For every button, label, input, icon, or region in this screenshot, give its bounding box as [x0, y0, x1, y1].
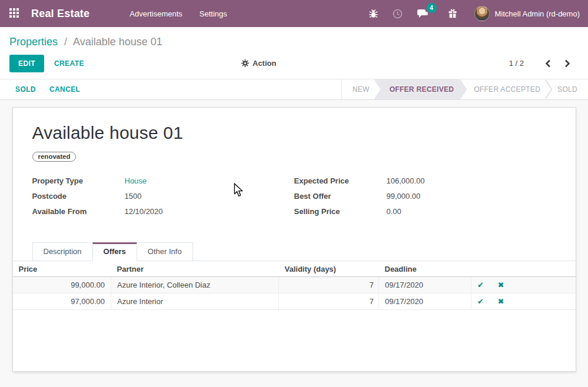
- offer-actions: ✔ ✖: [471, 293, 576, 310]
- statusbar-states: NEW OFFER RECEIVED OFFER ACCEPTED SOLD: [341, 79, 588, 99]
- status-step-sold[interactable]: SOLD: [553, 85, 588, 94]
- field-group: Property Type House Postcode 1500 Availa…: [32, 176, 556, 222]
- field-postcode: Postcode 1500: [32, 192, 294, 201]
- debug-bug-icon[interactable]: [368, 9, 378, 19]
- field-best-offer: Best Offer 99,000.00: [294, 192, 556, 201]
- user-avatar[interactable]: [474, 6, 490, 21]
- breadcrumb-properties-link[interactable]: Properties: [9, 36, 58, 48]
- offers-table-header: Price Partner Validity (days) Deadline: [13, 261, 576, 277]
- messages-chat-icon[interactable]: 4: [417, 8, 428, 19]
- sold-button[interactable]: SOLD: [15, 85, 36, 94]
- offer-validity: 7: [279, 293, 379, 310]
- control-panel-buttons: EDIT CREATE Action 1 / 2: [9, 54, 579, 72]
- activities-clock-icon[interactable]: [393, 9, 403, 19]
- top-navbar: Real Estate Advertisements Settings: [0, 0, 588, 27]
- form-sheet: Available house 01 renovated Property Ty…: [12, 107, 576, 372]
- app-window: Real Estate Advertisements Settings: [0, 0, 588, 387]
- form-view-content: Available house 01 renovated Property Ty…: [0, 100, 588, 372]
- breadcrumb-current: Available house 01: [73, 36, 162, 48]
- apps-menu-icon[interactable]: [9, 8, 20, 19]
- pager-next-button[interactable]: [563, 58, 572, 69]
- status-step-new[interactable]: NEW: [348, 85, 374, 94]
- pager: 1 / 2: [509, 58, 579, 69]
- app-title[interactable]: Real Estate: [31, 8, 89, 20]
- offer-deadline: 09/17/2020: [379, 293, 471, 310]
- accept-offer-check-icon[interactable]: ✔: [477, 297, 484, 306]
- property-type-link[interactable]: House: [125, 176, 147, 185]
- column-header-partner[interactable]: Partner: [111, 261, 279, 277]
- offer-price: 99,000.00: [13, 277, 111, 293]
- tag-renovated: renovated: [32, 152, 77, 162]
- breadcrumb-separator: /: [64, 36, 67, 48]
- gift-icon[interactable]: [447, 8, 458, 19]
- tab-offers[interactable]: Offers: [92, 242, 137, 261]
- offer-row[interactable]: 97,000.00 Azure Interior 7 09/17/2020 ✔ …: [13, 293, 576, 310]
- field-available-from: Available From 12/10/2020: [32, 207, 294, 216]
- accept-offer-check-icon[interactable]: ✔: [477, 281, 484, 289]
- offers-table: Price Partner Validity (days) Deadline 9…: [13, 261, 576, 310]
- cancel-button[interactable]: CANCEL: [49, 85, 80, 94]
- menu-settings[interactable]: Settings: [194, 6, 233, 22]
- top-menu: Advertisements Settings: [124, 6, 233, 22]
- column-header-deadline[interactable]: Deadline: [379, 261, 471, 277]
- offer-row[interactable]: 99,000.00 Azure Interior, Colleen Diaz 7…: [13, 277, 576, 293]
- form-statusbar-row: SOLD CANCEL NEW OFFER RECEIVED OFFER ACC…: [0, 79, 588, 100]
- edit-button[interactable]: EDIT: [9, 55, 44, 72]
- status-step-offer-received[interactable]: OFFER RECEIVED: [374, 79, 467, 99]
- topbar-right: 4 Mitchell Admin (rd-demo): [361, 6, 588, 21]
- gear-icon: [241, 59, 249, 67]
- offer-deadline: 09/17/2020: [379, 277, 471, 293]
- action-menu-button[interactable]: Action: [241, 59, 276, 68]
- pager-value: 1 / 2: [509, 59, 524, 68]
- offer-validity: 7: [279, 277, 379, 293]
- chevron-right-icon: [564, 59, 570, 68]
- user-menu[interactable]: Mitchell Admin (rd-demo): [495, 9, 580, 18]
- messages-count-badge: 4: [427, 3, 437, 13]
- field-selling-price: Selling Price 0.00: [294, 207, 556, 216]
- refuse-offer-x-icon[interactable]: ✖: [498, 297, 504, 306]
- statusbar-buttons: SOLD CANCEL: [0, 79, 341, 99]
- notebook-tabs: Description Offers Other Info: [13, 242, 576, 261]
- offer-actions: ✔ ✖: [471, 277, 576, 293]
- column-header-price[interactable]: Price: [13, 261, 111, 277]
- breadcrumb: Properties / Available house 01: [9, 35, 579, 49]
- offer-price: 97,000.00: [13, 293, 111, 310]
- column-header-actions: [471, 261, 576, 277]
- tab-description[interactable]: Description: [32, 242, 93, 261]
- menu-advertisements[interactable]: Advertisements: [124, 6, 188, 22]
- refuse-offer-x-icon[interactable]: ✖: [498, 281, 504, 289]
- tab-other-info[interactable]: Other Info: [137, 242, 193, 261]
- action-label: Action: [253, 59, 276, 68]
- status-chevron-icon: [545, 79, 553, 99]
- field-property-type: Property Type House: [32, 176, 294, 185]
- control-panel: Properties / Available house 01 EDIT CRE…: [0, 27, 588, 79]
- pager-previous-button[interactable]: [544, 58, 552, 69]
- offer-partner: Azure Interior: [111, 293, 279, 310]
- create-button[interactable]: CREATE: [54, 59, 84, 68]
- offer-partner: Azure Interior, Colleen Diaz: [111, 277, 279, 293]
- column-header-validity[interactable]: Validity (days): [279, 261, 379, 277]
- status-step-offer-accepted[interactable]: OFFER ACCEPTED: [469, 85, 545, 94]
- chevron-left-icon: [545, 59, 551, 68]
- record-title: Available house 01: [32, 123, 556, 143]
- field-expected-price: Expected Price 106,000.00: [294, 176, 556, 185]
